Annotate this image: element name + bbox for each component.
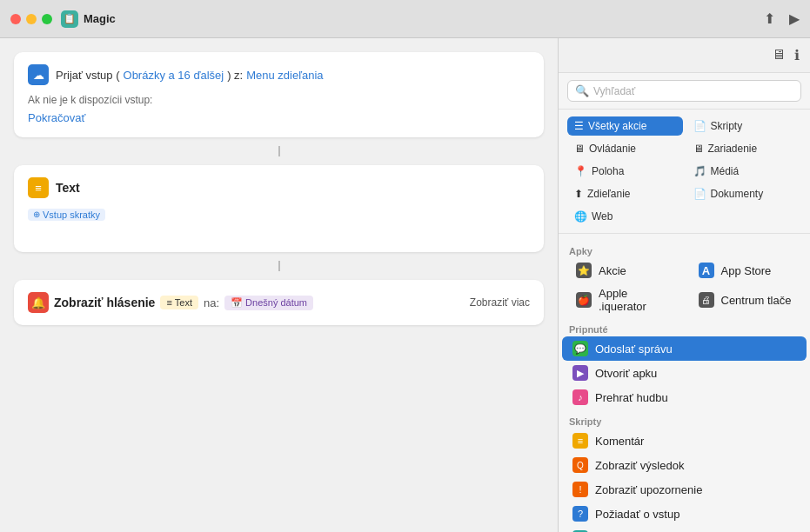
zobrazit-upozornenie-label: Zobraziť upozornenie (595, 483, 702, 496)
apps-grid: ⭐ Akcie A App Store 🍎 Apple .iquerator 🖨… (559, 258, 810, 317)
zdielanie-icon: ⬆ (574, 188, 583, 200)
tab-web-label: Web (592, 210, 613, 223)
tab-media-label: Médiá (711, 165, 740, 177)
vstup-tag[interactable]: ⊕ Vstup skratky (28, 209, 105, 221)
ovladanie-icon: 🖥 (574, 143, 585, 155)
centrum-tlace-icon: 🖨 (699, 292, 714, 308)
accept-input-card: ☁ Prijať vstup ( Obrázky a 16 ďalšej ) z… (14, 52, 544, 137)
tab-zariadenie-label: Zariadenie (708, 143, 758, 155)
dokumenty-icon: 📄 (693, 188, 706, 200)
odoslat-icon: 💬 (572, 341, 588, 356)
tab-web[interactable]: 🌐 Web (567, 207, 683, 226)
tab-poloha[interactable]: 📍 Poloha (567, 162, 683, 181)
vstup-icon: ⊕ (33, 209, 40, 219)
tab-ovladanie[interactable]: 🖥 Ovládanie (567, 139, 683, 158)
zobrazit-vysledok-icon: Q (572, 457, 588, 473)
right-panel-header: 🖥 ℹ (559, 38, 810, 73)
date-badge[interactable]: 📅 Dnešný dátum (224, 296, 313, 310)
sidebar-content: Apky ⭐ Akcie A App Store 🍎 Apple .iquera… (559, 234, 810, 532)
vsetky-icon: ☰ (574, 120, 584, 132)
date-badge-label: Dnešný dátum (245, 297, 307, 308)
sidebar-item-centrum-tlace[interactable]: 🖨 Centrum tlače (688, 283, 804, 317)
titlebar-actions: ⬆ ▶ (764, 10, 800, 27)
continue-button[interactable]: Pokračovať (28, 111, 85, 124)
search-icon: 🔍 (575, 84, 589, 97)
images-link[interactable]: Obrázky a 16 ďalšej (124, 69, 224, 82)
akcie-icon: ⭐ (576, 263, 592, 278)
show-alert-row: 🔔 Zobraziť hlásenie ≡ Text na: 📅 Dnešný … (28, 292, 530, 313)
zobrazit-vysledok-label: Zobraziť výsledok (595, 459, 684, 472)
poloha-icon: 📍 (574, 165, 587, 177)
tab-skripty-label: Skripty (711, 120, 743, 132)
otvorit-label: Otvoriť apku (595, 367, 657, 380)
sidebar-item-prehrat-hudbu[interactable]: ♪ Prehrať hudbu (562, 385, 807, 409)
divider1 (278, 146, 280, 156)
accept-suffix: ) z: (227, 69, 243, 82)
show-alert-icon: 🔔 (28, 292, 49, 313)
sidebar-item-zobrazit-upozornenie[interactable]: ! Zobraziť upozornenie (562, 477, 807, 502)
left-panel: ☁ Prijať vstup ( Obrázky a 16 ďalšej ) z… (0, 38, 558, 532)
tab-dokumenty-label: Dokumenty (711, 188, 764, 200)
vstup-label: Vstup skratky (43, 209, 100, 220)
app-store-label: App Store (721, 264, 772, 277)
tab-dokumenty[interactable]: 📄 Dokumenty (686, 184, 802, 203)
search-input[interactable] (593, 85, 793, 97)
sidebar-item-odoslat-spravu[interactable]: 💬 Odoslať správu (562, 336, 807, 361)
media-icon: 🎵 (693, 165, 706, 177)
tab-zdielanie[interactable]: ⬆ Zdieľanie (567, 184, 683, 203)
section-apky-label: Apky (559, 239, 810, 258)
library-icon[interactable]: 🖥 (772, 47, 786, 63)
play-button[interactable]: ▶ (789, 10, 800, 27)
text-card: ≡ Text ⊕ Vstup skratky (14, 165, 544, 252)
show-alert-card: 🔔 Zobraziť hlásenie ≡ Text na: 📅 Dnešný … (14, 280, 544, 325)
traffic-lights (10, 14, 52, 24)
text-card-title: Text (56, 181, 80, 195)
search-input-wrap: 🔍 (567, 80, 801, 102)
app-title: Magic (84, 12, 764, 25)
card1-header: ☁ Prijať vstup ( Obrázky a 16 ďalšej ) z… (28, 64, 530, 85)
close-button[interactable] (10, 14, 21, 24)
na-label: na: (204, 296, 219, 309)
info-icon[interactable]: ℹ (794, 47, 800, 63)
section-pripnute-label: Pripnuté (559, 317, 810, 336)
tab-media[interactable]: 🎵 Médiá (686, 162, 802, 181)
sidebar-item-akcie[interactable]: ⭐ Akcie (566, 258, 681, 283)
minimize-button[interactable] (26, 14, 37, 24)
poziadat-vstup-icon: ? (572, 506, 588, 522)
maximize-button[interactable] (42, 14, 52, 24)
odoslat-label: Odoslať správu (595, 342, 673, 356)
text-badge-icon: ≡ (166, 297, 171, 308)
tab-zdielanie-label: Zdieľanie (587, 188, 631, 200)
prehrat-label: Prehrať hudbu (595, 391, 668, 404)
sidebar-item-otvorit-apku[interactable]: ▶ Otvoriť apku (562, 361, 807, 385)
apple-iquerator-label: Apple .iquerator (599, 287, 671, 313)
category-tabs: ☰ Všetky akcie 📄 Skripty 🖥 Ovládanie 🖥 Z… (559, 110, 810, 234)
show-alert-title: Zobraziť hlásenie (54, 296, 155, 309)
otvorit-icon: ▶ (572, 365, 588, 381)
sidebar-item-poziadat-vstup[interactable]: ? Požiadať o vstup (562, 502, 807, 526)
sidebar-item-spocitat[interactable]: Σ Spočítať (562, 526, 807, 532)
sidebar-item-zobrazit-vysledok[interactable]: Q Zobraziť výsledok (562, 453, 807, 477)
text-card-body: ⊕ Vstup skratky (28, 205, 530, 240)
menu-link[interactable]: Menu zdieľania (246, 69, 323, 82)
sidebar-item-komentar[interactable]: ≡ Komentár (562, 429, 807, 453)
card2-header: ≡ Text (28, 177, 530, 198)
sidebar-item-apple-iquerator[interactable]: 🍎 Apple .iquerator (566, 283, 681, 317)
share-button[interactable]: ⬆ (764, 10, 775, 27)
poziadat-vstup-label: Požiadať o vstup (595, 508, 679, 521)
search-bar: 🔍 (559, 73, 810, 110)
akcie-label: Akcie (599, 264, 626, 277)
tab-poloha-label: Poloha (592, 165, 624, 177)
centrum-tlace-label: Centrum tlače (721, 294, 792, 307)
tab-zariadenie[interactable]: 🖥 Zariadenie (686, 139, 802, 158)
tab-vsetky-akcie[interactable]: ☰ Všetky akcie (567, 116, 683, 136)
divider2 (278, 261, 280, 271)
apple-iquerator-icon: 🍎 (576, 292, 592, 308)
text-badge[interactable]: ≡ Text (160, 296, 198, 309)
tab-skripty[interactable]: 📄 Skripty (686, 116, 802, 136)
date-icon: 📅 (231, 297, 243, 309)
tab-vsetky-label: Všetky akcie (588, 120, 646, 132)
show-more-button[interactable]: Zobraziť viac (470, 296, 530, 309)
accept-input-row: Prijať vstup ( Obrázky a 16 ďalšej ) z: … (56, 69, 324, 82)
sidebar-item-app-store[interactable]: A App Store (688, 258, 804, 283)
